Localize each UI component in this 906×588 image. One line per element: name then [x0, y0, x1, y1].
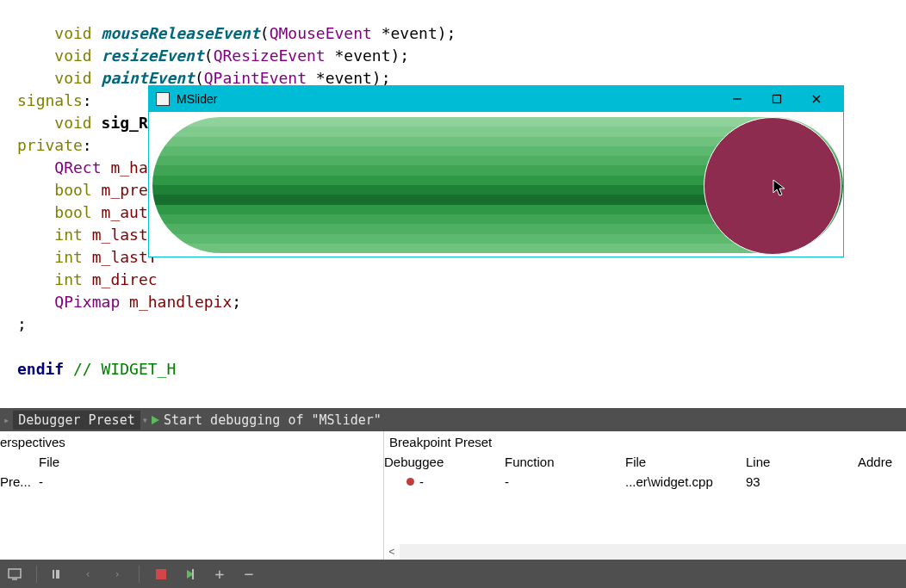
kw-signals: signals [17, 91, 83, 109]
cell-function: - [505, 474, 625, 489]
perspectives-header: File [0, 453, 383, 473]
window-title: MSlider [177, 92, 217, 106]
mem-m_handlepix: m_handlepix [129, 293, 232, 311]
step-icon[interactable] [51, 566, 66, 582]
debugger-toolbar: ▸ Debugger Preset ▾ Start debugging of "… [0, 408, 906, 431]
stop-button[interactable] [153, 566, 169, 582]
svg-rect-1 [773, 96, 781, 103]
scroll-left-icon[interactable]: < [384, 544, 400, 560]
cell-debuggee: - [419, 474, 424, 489]
svg-rect-4 [9, 569, 21, 578]
run-toolbar: ‹ › + − [0, 560, 906, 588]
mem-m_ha: m_ha [110, 158, 147, 176]
app-icon [156, 92, 170, 106]
col-line[interactable]: Line [746, 455, 858, 469]
perspectives-pane[interactable]: erspectives File Pre... - [0, 431, 384, 560]
remove-button[interactable]: − [241, 566, 257, 582]
col-file[interactable]: File [39, 455, 59, 469]
func-paintEvent: paintEvent [102, 69, 195, 87]
horizontal-scrollbar[interactable]: < [384, 544, 906, 560]
type-QRect: QRect [54, 158, 101, 176]
minimize-button[interactable] [717, 86, 757, 112]
table-row[interactable]: Pre... - [0, 473, 383, 491]
play-icon [152, 415, 162, 425]
continue-button[interactable] [183, 566, 198, 582]
comment-widget-h: // WIDGET_H [64, 360, 176, 378]
mem-m_direc: m_direc [92, 270, 158, 288]
close-button[interactable] [797, 86, 836, 112]
table-row[interactable]: - - ...er\widget.cpp 93 [384, 473, 906, 491]
bottom-panels: erspectives File Pre... - Breakpoint Pre… [0, 431, 906, 560]
toolbar-expand-icon[interactable]: ▸ [3, 414, 9, 426]
col-debuggee[interactable]: Debuggee [384, 455, 505, 469]
breakpoint-header: Debuggee Function File Line Addre [384, 453, 906, 473]
screen-icon[interactable] [7, 566, 22, 582]
breakpoint-dot-icon [406, 478, 414, 486]
breakpoint-pane[interactable]: Breakpoint Preset Debuggee Function File… [384, 431, 906, 560]
kw-void: void [54, 24, 91, 42]
add-button[interactable]: + [212, 566, 227, 582]
cell-file: - [39, 474, 43, 489]
type-QResizeEvent: QResizeEvent [214, 46, 326, 65]
slider-handle[interactable] [704, 117, 841, 255]
back-icon[interactable]: ‹ [80, 566, 96, 582]
cell-file: ...er\widget.cpp [625, 474, 746, 489]
mslider-client[interactable] [149, 112, 843, 257]
pp-endif: endif [17, 360, 64, 378]
type-QPaintEvent: QPaintEvent [204, 69, 307, 87]
titlebar[interactable]: MSlider [149, 86, 843, 112]
start-debugging-button[interactable]: Start debugging of "MSlider" [164, 412, 382, 428]
separator [36, 566, 37, 583]
type-QPixmap: QPixmap [54, 293, 120, 311]
debugger-preset-dropdown[interactable]: Debugger Preset [13, 411, 140, 430]
svg-rect-6 [56, 570, 59, 579]
func-resizeEvent: resizeEvent [102, 46, 204, 65]
forward-icon[interactable]: › [109, 566, 125, 582]
kw-private: private [17, 136, 83, 154]
mslider-window[interactable]: MSlider [148, 85, 844, 257]
col-address[interactable]: Addre [858, 455, 906, 469]
col-file[interactable]: File [625, 455, 746, 469]
cell-line: 93 [746, 474, 858, 489]
breakpoint-title: Breakpoint Preset [384, 431, 906, 453]
type-QMouseEvent: QMouseEvent [270, 24, 372, 42]
perspectives-title: erspectives [0, 431, 383, 453]
separator [139, 566, 140, 583]
maximize-button[interactable] [757, 86, 797, 112]
scrollbar-track[interactable] [400, 544, 906, 560]
chevron-down-icon[interactable]: ▾ [142, 414, 148, 426]
col-function[interactable]: Function [505, 455, 625, 469]
func-mouseReleaseEvent: mouseReleaseEvent [102, 24, 260, 42]
cell-label: Pre... [0, 474, 39, 489]
